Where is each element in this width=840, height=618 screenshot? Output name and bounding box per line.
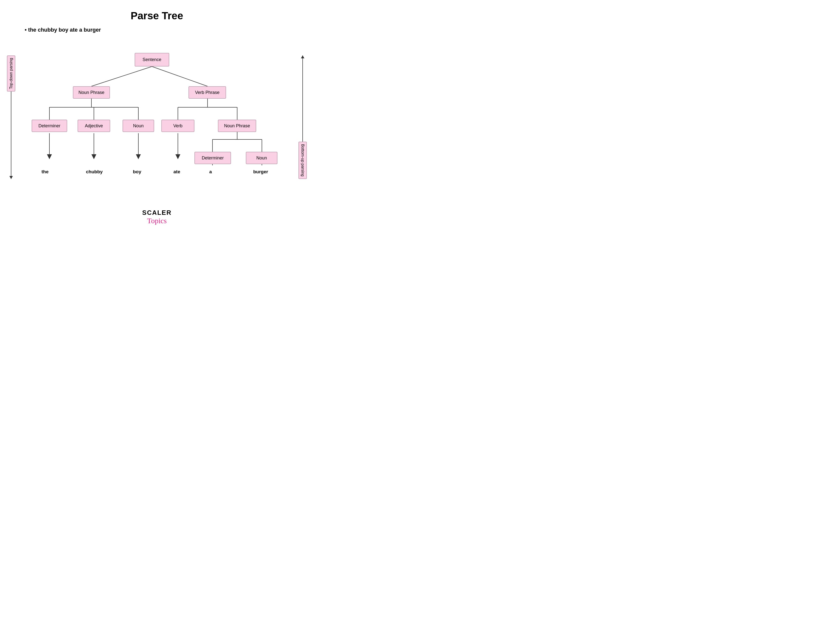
page-title: Parse Tree (0, 0, 314, 27)
leaf-boy: boy (133, 169, 141, 175)
leaf-the: the (41, 169, 49, 175)
node-adjective: Adjective (78, 120, 110, 132)
bottom-up-label: Bottom-up parsing (298, 142, 307, 179)
leaf-a: a (209, 169, 212, 175)
left-arrow-down (11, 91, 11, 179)
brand-scaler: SCALER (142, 209, 172, 217)
top-down-label: Top-down parsing (7, 55, 15, 91)
svg-line-0 (92, 67, 152, 86)
left-label-container: Top-down parsing (7, 55, 15, 179)
right-label-container: Bottom-up parsing (298, 55, 307, 179)
node-verb-phrase: Verb Phrase (188, 86, 226, 99)
node-noun-phrase-1: Noun Phrase (73, 86, 110, 99)
node-noun-phrase-2: Noun Phrase (218, 120, 256, 132)
brand-topics: Topics (142, 217, 172, 225)
brand: SCALER Topics (142, 209, 172, 225)
node-verb: Verb (161, 120, 194, 132)
tree-container: Sentence Noun Phrase Verb Phrase Determi… (0, 40, 314, 199)
node-determiner-1: Determiner (32, 120, 67, 132)
node-determiner-2: Determiner (194, 152, 231, 164)
sentence-label: • the chubby boy ate a burger (0, 27, 314, 38)
svg-line-1 (152, 67, 207, 86)
right-arrow-up (302, 55, 303, 142)
node-noun-2: Noun (246, 152, 277, 164)
leaf-burger: burger (253, 169, 268, 175)
node-noun-1: Noun (123, 120, 154, 132)
leaf-chubby: chubby (86, 169, 103, 175)
leaf-ate: ate (173, 169, 180, 175)
node-sentence: Sentence (135, 53, 169, 67)
